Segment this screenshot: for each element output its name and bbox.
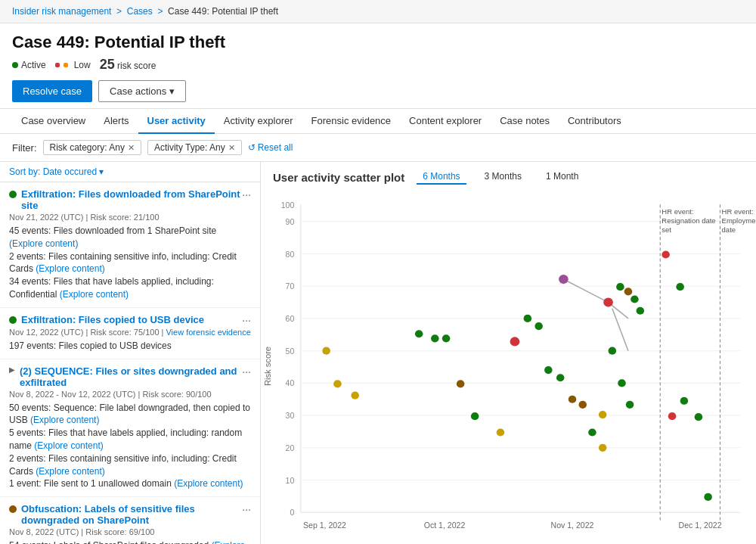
chart-title: User activity scatter plot [273,171,404,184]
svg-point-42 [442,334,451,342]
case-actions-button[interactable]: Case actions ▾ [98,80,186,102]
activity-item-title[interactable]: Obfuscation: Labels of sensitive files d… [21,503,242,526]
svg-text:date: date [722,226,736,234]
detail-line: 1 event: File sent to 1 unallowed domain… [9,477,251,490]
activity-item-header: Exfiltration: Files copied to USB device… [9,314,251,326]
activity-meta: Nov 21, 2022 (UTC) | Risk score: 21/100 [9,213,251,222]
svg-point-41 [431,334,439,342]
reset-all-button[interactable]: ↺ Reset all [248,142,293,153]
svg-text:Nov 1, 2022: Nov 1, 2022 [551,521,594,530]
more-options-button[interactable]: ··· [242,314,251,326]
svg-text:100: 100 [281,202,295,210]
svg-point-50 [556,374,565,381]
activity-details: 197 events: Files copied to USB devices [9,340,251,353]
explore-content-link[interactable]: (Explore content) [36,263,104,274]
tab-alerts[interactable]: Alerts [94,109,138,134]
svg-point-53 [588,428,596,436]
svg-line-36 [612,309,628,351]
activity-item-title[interactable]: Exfiltration: Files downloaded from Shar… [21,188,242,211]
activity-item-title[interactable]: Exfiltration: Files copied to USB device [21,314,204,325]
svg-point-47 [524,315,532,322]
tab-forensic-evidence[interactable]: Forensic evidence [302,109,401,134]
explore-content-link[interactable]: (Explore content) [9,238,78,249]
svg-point-70 [704,493,712,501]
svg-text:50: 50 [286,347,295,356]
svg-point-45 [497,428,505,436]
tab-content-explorer[interactable]: Content explorer [400,109,491,134]
filter-chip-type-close[interactable]: ✕ [228,143,235,153]
risk-score-label: risk score [117,61,156,71]
explore-content-link[interactable]: (Explore content) [9,540,245,544]
filter-chip-risk-close[interactable]: ✕ [128,143,135,153]
sort-label: Sort by: Date occured [9,166,97,177]
resolve-case-button[interactable]: Resolve case [12,80,92,102]
detail-line: 50 events: Sequence: File label downgrad… [9,402,251,427]
explore-content-link[interactable]: (Explore content) [36,466,104,477]
svg-point-68 [680,397,689,405]
action-row: Resolve case Case actions ▾ [12,80,744,102]
activity-details: 50 events: Sequence: File label downgrad… [9,402,251,491]
svg-point-43 [457,380,465,387]
activity-item-header: Exfiltration: Files downloaded from Shar… [9,188,251,211]
forensic-evidence-link[interactable]: View forensic evidence [166,328,250,337]
breadcrumb-link-2[interactable]: Cases [127,6,153,17]
svg-text:0: 0 [290,509,294,518]
breadcrumb-link-1[interactable]: Insider risk management [12,6,111,17]
breadcrumb: Insider risk management > Cases > Case 4… [0,0,756,23]
svg-point-69 [695,413,703,421]
activity-item: Exfiltration: Files copied to USB device… [0,308,260,359]
time-btn-3months[interactable]: 3 Months [479,169,528,185]
tab-activity-explorer[interactable]: Activity explorer [215,109,302,134]
sort-bar[interactable]: Sort by: Date occured ▾ [0,162,260,182]
filter-label: Filter: [12,142,37,154]
severity-dot2 [64,63,68,67]
filter-chip-type[interactable]: Activity Type: Any ✕ [147,140,242,155]
activity-item-title[interactable]: (2) SEQUENCE: Files or sites downgraded … [20,365,242,388]
explore-content-link[interactable]: (Explore content) [34,440,103,451]
more-options-button[interactable]: ··· [242,503,251,515]
explore-content-link[interactable]: (Explore content) [60,289,129,300]
explore-content-link[interactable]: (Explore content) [30,415,99,425]
nav-tabs: Case overview Alerts User activity Activ… [0,109,756,134]
svg-text:90: 90 [286,218,295,226]
activity-dot [9,505,17,513]
detail-line: 54 events: Labels of SharePoint files do… [9,539,251,544]
svg-text:HR event:: HR event: [662,208,693,216]
more-options-button[interactable]: ··· [242,365,251,378]
detail-line: 5 events: Files that have labels applied… [9,427,251,452]
svg-text:10: 10 [286,477,295,485]
page-header: Case 449: Potential IP theft Active Low … [0,23,756,109]
explore-content-link[interactable]: (Explore content) [174,478,243,489]
activity-details: 45 events: Files downloaded from 1 Share… [9,225,251,301]
time-btn-6months[interactable]: 6 Months [417,169,466,185]
svg-point-48 [534,322,543,330]
active-dot [12,62,18,68]
svg-text:20: 20 [286,444,295,452]
tab-user-activity[interactable]: User activity [138,109,215,134]
activity-list: Exfiltration: Files downloaded from Shar… [0,182,260,544]
scatter-plot: Risk score 10 20 30 40 50 60 70 [261,189,756,543]
svg-text:30: 30 [286,412,295,420]
tab-contributors[interactable]: Contributors [559,109,631,134]
tab-case-notes[interactable]: Case notes [491,109,559,134]
svg-point-64 [599,411,607,418]
time-btn-1month[interactable]: 1 Month [540,169,584,185]
filter-chip-risk-label: Risk category: Any [50,142,125,153]
activity-meta: Nov 8, 2022 (UTC) | Risk score: 69/100 [9,527,251,536]
filter-chip-risk[interactable]: Risk category: Any ✕ [43,140,141,155]
svg-text:Employment end: Employment end [722,217,756,225]
detail-line: 197 events: Files copied to USB devices [9,340,251,353]
expand-icon[interactable]: ▶ [9,365,15,374]
svg-point-65 [662,250,670,258]
detail-line: 2 events: Files containing sensitive inf… [9,452,251,478]
svg-point-66 [676,283,684,291]
more-options-button[interactable]: ··· [242,188,251,201]
svg-text:Oct 1, 2022: Oct 1, 2022 [424,521,466,530]
svg-point-63 [626,401,634,409]
activity-details: 54 events: Labels of SharePoint files do… [9,539,251,544]
reset-icon: ↺ [248,142,256,153]
svg-point-46 [510,337,520,346]
tab-case-overview[interactable]: Case overview [12,109,94,134]
activity-item-header: Obfuscation: Labels of sensitive files d… [9,503,251,526]
svg-text:HR event:: HR event: [722,208,754,216]
